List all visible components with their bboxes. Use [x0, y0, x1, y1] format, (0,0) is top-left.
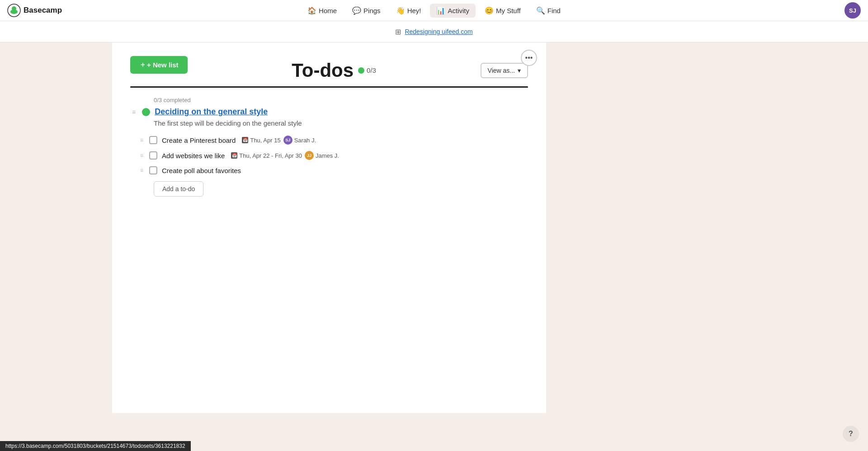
view-as-label: View as... [488, 67, 515, 74]
project-link[interactable]: Redesigning uifeed.com [405, 28, 472, 35]
todo-date-text-2: Thu, Apr 22 - Fri, Apr 30 [239, 152, 302, 159]
badge-count: 0/3 [367, 66, 376, 74]
calendar-icon-1: 📅 [242, 137, 248, 143]
completion-status: 0/3 completed [154, 97, 528, 103]
project-grid-icon: ⊞ [395, 28, 401, 36]
nav-hey-label: Hey! [407, 7, 421, 14]
svg-point-2 [12, 6, 16, 11]
nav-pings[interactable]: 💬 Pings [346, 4, 387, 18]
home-icon: 🏠 [307, 6, 316, 15]
todo-label-1: Create a Pinterest board [162, 136, 236, 144]
help-button[interactable]: ? [843, 426, 859, 442]
assignee-name-2: James J. [316, 152, 339, 159]
project-bar: ⊞ Redesigning uifeed.com [0, 21, 868, 42]
user-avatar[interactable]: SJ [844, 2, 861, 19]
pings-icon: 💬 [352, 6, 361, 15]
assignee-avatar-2: JJ [305, 151, 314, 160]
nav-mystuff[interactable]: 😊 My Stuff [478, 4, 527, 18]
nav-activity[interactable]: 📊 Activity [430, 4, 476, 18]
basecamp-logo-icon [7, 4, 21, 17]
nav-find-label: Find [547, 7, 561, 14]
todo-label-3: Create poll about favorites [162, 167, 241, 174]
todo-drag-handle[interactable]: ≡ [138, 151, 145, 160]
todo-list-title[interactable]: Deciding on the general style [155, 107, 268, 117]
nav-home[interactable]: 🏠 Home [301, 4, 343, 18]
more-button[interactable]: ••• [521, 50, 537, 66]
badge-dot [358, 67, 364, 74]
assignee-badge-2: JJ James J. [305, 151, 339, 160]
todo-meta-1: 📅 Thu, Apr 15 SJ Sarah J. [242, 136, 316, 145]
nav-home-label: Home [319, 7, 337, 14]
todo-checkbox-1[interactable] [149, 136, 157, 144]
view-as-chevron-icon: ▾ [518, 67, 521, 74]
view-as-button[interactable]: View as... ▾ [481, 63, 528, 78]
more-dots: ••• [525, 54, 533, 62]
assignee-initials-2: JJ [307, 153, 311, 158]
todo-item: ≡ Create poll about favorites [138, 163, 528, 178]
todo-meta-2: 📅 Thu, Apr 22 - Fri, Apr 30 JJ James J. [231, 151, 339, 160]
nav-hey[interactable]: 👋 Hey! [390, 4, 428, 18]
add-todo-label: Add a to-do [162, 185, 195, 193]
assignee-badge-1: SJ Sarah J. [283, 136, 316, 145]
nav-mystuff-label: My Stuff [496, 7, 521, 14]
todo-checkbox-2[interactable] [149, 151, 157, 160]
todo-list-description: The first step will be deciding on the g… [154, 119, 528, 127]
todo-drag-handle[interactable]: ≡ [138, 136, 145, 144]
todos-title-group: To-dos 0/3 [292, 60, 376, 81]
content-card: ••• ＋ + New list To-dos 0/3 View as... ▾ [112, 42, 546, 413]
todo-date-text-1: Thu, Apr 15 [250, 137, 280, 144]
avatar-initials: SJ [849, 7, 856, 14]
nav-links: 🏠 Home 💬 Pings 👋 Hey! 📊 Activity 😊 My St… [301, 4, 567, 18]
basecamp-wordmark: Basecamp [24, 6, 62, 15]
todo-drag-handle[interactable]: ≡ [138, 166, 145, 174]
todo-label-2: Add websites we like [162, 152, 225, 160]
add-todo-button[interactable]: Add a to-do [154, 181, 203, 197]
nav-find[interactable]: 🔍 Find [530, 4, 567, 18]
help-icon: ? [849, 430, 853, 438]
todos-divider [130, 86, 528, 88]
todo-date-1: 📅 Thu, Apr 15 [242, 137, 280, 144]
main-wrapper: ••• ＋ + New list To-dos 0/3 View as... ▾ [0, 42, 868, 413]
basecamp-logo[interactable]: Basecamp [7, 4, 62, 17]
todo-item: ≡ Add websites we like 📅 Thu, Apr 22 - F… [138, 148, 528, 163]
todo-list-section: 0/3 completed ≡ Deciding on the general … [130, 97, 528, 197]
calendar-icon-2: 📅 [231, 152, 237, 159]
mystuff-icon: 😊 [485, 6, 494, 15]
todo-list-title-row: ≡ Deciding on the general style [130, 107, 528, 117]
assignee-avatar-1: SJ [283, 136, 292, 145]
list-status-dot [142, 108, 150, 116]
status-url: https://3.basecamp.com/5031803/buckets/2… [5, 443, 185, 449]
todos-header: ＋ + New list To-dos 0/3 View as... ▾ [130, 56, 528, 85]
new-list-label: + New list [147, 61, 179, 69]
todo-item: ≡ Create a Pinterest board 📅 Thu, Apr 15… [138, 132, 528, 148]
nav-pings-label: Pings [363, 7, 381, 14]
nav-activity-label: Activity [448, 7, 469, 14]
assignee-initials-1: SJ [285, 138, 290, 142]
list-drag-handle[interactable]: ≡ [130, 108, 137, 117]
new-list-button[interactable]: ＋ + New list [130, 56, 188, 74]
todo-date-2: 📅 Thu, Apr 22 - Fri, Apr 30 [231, 152, 302, 159]
page-title: To-dos [292, 60, 354, 81]
todo-checkbox-3[interactable] [149, 166, 157, 174]
assignee-name-1: Sarah J. [294, 137, 316, 144]
hey-icon: 👋 [396, 6, 405, 15]
find-icon: 🔍 [536, 6, 545, 15]
todos-badge: 0/3 [358, 66, 376, 74]
activity-icon: 📊 [436, 6, 445, 15]
new-list-plus-icon: ＋ [139, 61, 146, 69]
top-navigation: Basecamp 🏠 Home 💬 Pings 👋 Hey! 📊 Activit… [0, 0, 868, 21]
status-bar: https://3.basecamp.com/5031803/buckets/2… [0, 441, 191, 451]
